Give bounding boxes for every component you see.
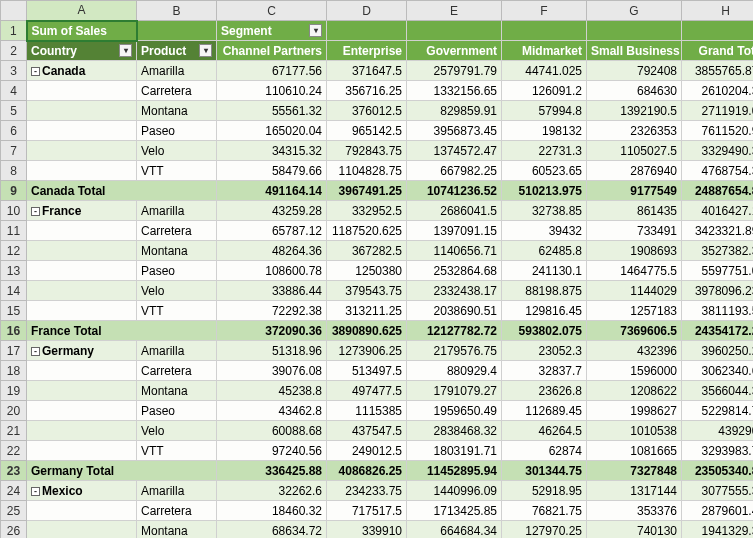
value-cell[interactable]: 1010538 [587,421,682,441]
product-cell[interactable]: Paseo [137,261,217,281]
value-cell[interactable]: 3855765.875 [682,61,754,81]
value-cell[interactable]: 60088.68 [217,421,327,441]
value-cell[interactable]: 5597751.06 [682,261,754,281]
country-cell[interactable] [27,501,137,521]
product-cell[interactable]: Carretera [137,501,217,521]
value-cell[interactable]: 2686041.5 [407,201,502,221]
product-cell[interactable]: VTT [137,161,217,181]
product-cell[interactable]: Carretera [137,361,217,381]
product-cell[interactable]: VTT [137,441,217,461]
value-cell[interactable]: 2038690.51 [407,301,502,321]
value-cell[interactable]: 1791079.27 [407,381,502,401]
value-cell[interactable]: 18460.32 [217,501,327,521]
value-cell[interactable]: 1250380 [327,261,407,281]
total-val[interactable]: 301344.75 [502,461,587,481]
country-cell[interactable]: -Canada [27,61,137,81]
total-val[interactable]: 372090.36 [217,321,327,341]
value-cell[interactable]: 4392907 [682,421,754,441]
row-header-24[interactable]: 24 [1,481,27,501]
seg-col-1[interactable]: Enterprise [327,41,407,61]
seg-col-0[interactable]: Channel Partners [217,41,327,61]
col-header-D[interactable]: D [327,1,407,21]
country-cell[interactable]: -France [27,201,137,221]
row-header-7[interactable]: 7 [1,141,27,161]
country-cell[interactable] [27,421,137,441]
segment-header[interactable]: Segment▾ [217,21,327,41]
total-label[interactable]: Canada Total [27,181,217,201]
value-cell[interactable]: 2876940 [587,161,682,181]
row-header-2[interactable]: 2 [1,41,27,61]
country-cell[interactable] [27,101,137,121]
value-cell[interactable]: 4016427.13 [682,201,754,221]
total-val[interactable]: 3890890.625 [327,321,407,341]
row-header-1[interactable]: 1 [1,21,27,41]
product-cell[interactable]: Montana [137,101,217,121]
value-cell[interactable]: 2610204.34 [682,81,754,101]
value-cell[interactable]: 1187520.625 [327,221,407,241]
value-cell[interactable]: 1392190.5 [587,101,682,121]
total-val[interactable]: 12127782.72 [407,321,502,341]
col-header-F[interactable]: F [502,1,587,21]
value-cell[interactable]: 792843.75 [327,141,407,161]
row-header-13[interactable]: 13 [1,261,27,281]
value-cell[interactable]: 1144029 [587,281,682,301]
value-cell[interactable]: 241130.1 [502,261,587,281]
total-val[interactable]: 7327848 [587,461,682,481]
product-cell[interactable]: Carretera [137,81,217,101]
value-cell[interactable]: 65787.12 [217,221,327,241]
total-label[interactable]: France Total [27,321,217,341]
value-cell[interactable]: 379543.75 [327,281,407,301]
country-cell[interactable]: -Mexico [27,481,137,501]
value-cell[interactable]: 55561.32 [217,101,327,121]
value-cell[interactable]: 108600.78 [217,261,327,281]
value-cell[interactable]: 332952.5 [327,201,407,221]
value-cell[interactable]: 76821.75 [502,501,587,521]
value-cell[interactable]: 110610.24 [217,81,327,101]
value-cell[interactable]: 45238.8 [217,381,327,401]
value-cell[interactable]: 740130 [587,521,682,539]
seg-col-4[interactable]: Small Business [587,41,682,61]
value-cell[interactable]: 126091.2 [502,81,587,101]
value-cell[interactable]: 1959650.49 [407,401,502,421]
country-cell[interactable] [27,401,137,421]
value-cell[interactable]: 2579791.79 [407,61,502,81]
col-header-A[interactable]: A [27,1,137,21]
value-cell[interactable]: 2838468.32 [407,421,502,441]
row-header-25[interactable]: 25 [1,501,27,521]
country-cell[interactable] [27,261,137,281]
value-cell[interactable]: 234233.75 [327,481,407,501]
value-cell[interactable]: 2711919.03 [682,101,754,121]
country-cell[interactable] [27,301,137,321]
row-header-17[interactable]: 17 [1,341,27,361]
value-cell[interactable]: 1713425.85 [407,501,502,521]
value-cell[interactable]: 3062340.68 [682,361,754,381]
value-cell[interactable]: 3566044.37 [682,381,754,401]
value-cell[interactable]: 32738.85 [502,201,587,221]
product-cell[interactable]: Amarilla [137,341,217,361]
value-cell[interactable]: 1908693 [587,241,682,261]
value-cell[interactable]: 2179576.75 [407,341,502,361]
value-cell[interactable]: 1440996.09 [407,481,502,501]
row-header-26[interactable]: 26 [1,521,27,539]
value-cell[interactable]: 1464775.5 [587,261,682,281]
country-cell[interactable] [27,161,137,181]
collapse-toggle[interactable]: - [31,487,40,496]
value-cell[interactable]: 58479.66 [217,161,327,181]
value-cell[interactable]: 1081665 [587,441,682,461]
value-cell[interactable]: 371647.5 [327,61,407,81]
value-cell[interactable]: 432396 [587,341,682,361]
value-cell[interactable]: 684630 [587,81,682,101]
value-cell[interactable]: 198132 [502,121,587,141]
row-header-14[interactable]: 14 [1,281,27,301]
country-header[interactable]: Country▾ [27,41,137,61]
total-val[interactable]: 3967491.25 [327,181,407,201]
value-cell[interactable]: 4768754.31 [682,161,754,181]
value-cell[interactable]: 3811193.59 [682,301,754,321]
row-header-15[interactable]: 15 [1,301,27,321]
select-all-corner[interactable] [1,1,27,21]
col-header-E[interactable]: E [407,1,502,21]
value-cell[interactable]: 23626.8 [502,381,587,401]
value-cell[interactable]: 2332438.17 [407,281,502,301]
value-cell[interactable]: 43259.28 [217,201,327,221]
country-cell[interactable] [27,221,137,241]
